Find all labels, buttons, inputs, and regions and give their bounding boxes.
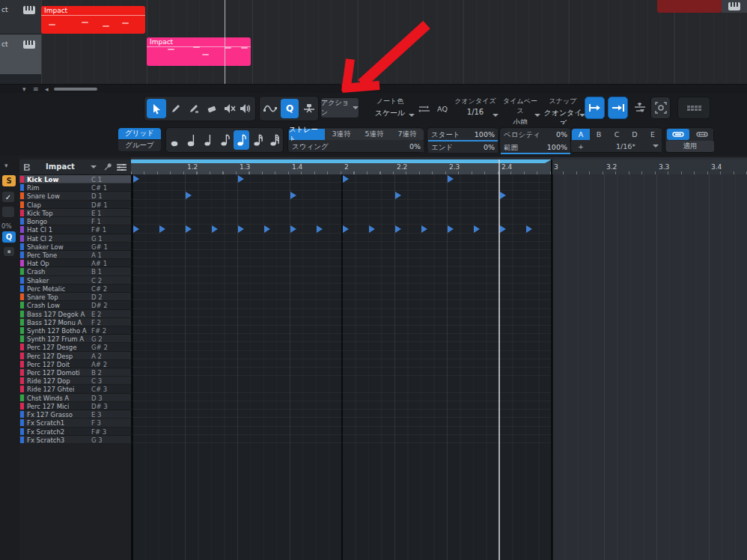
drum-row[interactable]: Hat OpA# 1: [19, 259, 131, 267]
timebase-dropdown[interactable]: タイムベース 小節: [500, 94, 540, 123]
note-move-button[interactable]: [608, 97, 628, 119]
drum-row[interactable]: Ride 127 GhteiC# 3: [19, 385, 131, 393]
drum-row[interactable]: Kick TopE 1: [19, 209, 131, 217]
horizontal-scrollbar-thumb[interactable]: [54, 88, 97, 91]
end-field[interactable]: エンド 0%: [428, 141, 498, 153]
clip-impact-pink[interactable]: Impact: [147, 37, 251, 66]
note-length-button[interactable]: [585, 97, 605, 119]
chevron-down-icon[interactable]: ▾: [4, 161, 8, 170]
editor-playhead[interactable]: [498, 159, 500, 560]
drum-row[interactable]: Kick LowC 1: [19, 175, 131, 183]
note-event[interactable]: [212, 225, 218, 233]
preset-button-D[interactable]: D: [626, 129, 644, 140]
snap-dropdown[interactable]: スナップ クオンタイズ: [540, 94, 585, 123]
note-event[interactable]: [133, 175, 139, 183]
note-event[interactable]: [186, 225, 192, 233]
arrange-grid[interactable]: Impact Impact: [41, 0, 747, 84]
range-field[interactable]: 範囲 100%: [501, 141, 570, 154]
quantize-dropdown[interactable]: クオンタイズ 1/16: [452, 94, 498, 123]
drum-row[interactable]: Perc 127 DomotiB 2: [19, 368, 131, 377]
preset-plus-button[interactable]: +: [572, 141, 590, 152]
auto-quantize-button[interactable]: AQ: [433, 99, 452, 118]
note-event[interactable]: [343, 175, 349, 183]
note-color-dropdown[interactable]: ノート色 スケール: [365, 94, 415, 123]
mute-tool-button[interactable]: [222, 99, 238, 118]
note-event[interactable]: [264, 225, 270, 233]
note-event[interactable]: [317, 225, 323, 233]
listen-tool-button[interactable]: [237, 99, 254, 118]
drum-row[interactable]: Bass 127 Monu AF 2: [19, 318, 131, 326]
drum-row[interactable]: Bass 127 Degok AE 2: [19, 310, 131, 318]
drum-row[interactable]: Fx Scratch3G 3: [19, 436, 131, 444]
chevron-down-icon[interactable]: [91, 165, 97, 168]
drum-row[interactable]: Perc MetalicC# 2: [19, 284, 131, 293]
drum-row[interactable]: Hat Cl 2G 1: [19, 234, 131, 243]
drum-row[interactable]: BongoF 1: [19, 217, 131, 225]
note-event[interactable]: [133, 225, 139, 233]
paint-tool-button[interactable]: [186, 99, 202, 118]
tuplet7-button[interactable]: 7連符: [391, 129, 424, 140]
note-event[interactable]: [474, 225, 480, 233]
pointer-tool-button[interactable]: [147, 99, 166, 118]
drum-row[interactable]: Perc ToneA 1: [19, 251, 131, 259]
drum-row[interactable]: Perc 127 DoitA# 2: [19, 360, 131, 368]
note-event[interactable]: [238, 175, 244, 183]
tuplet3-button[interactable]: 3連符: [325, 129, 358, 140]
note-event[interactable]: [290, 192, 296, 199]
note-event[interactable]: [186, 192, 192, 199]
note-event[interactable]: [159, 225, 165, 233]
note-event[interactable]: [369, 225, 375, 233]
drum-row[interactable]: Chst Winds AD 3: [19, 394, 131, 402]
note-value-button-1-64[interactable]: [266, 130, 282, 150]
drum-row[interactable]: Ride 127 DopC 3: [19, 377, 131, 385]
note-grid[interactable]: 1.21.31.422.22.32.433.23.33.4: [131, 157, 747, 560]
note-value-dropdown[interactable]: 1/16*: [590, 141, 662, 152]
preset-button-E[interactable]: E: [644, 129, 662, 140]
note-event[interactable]: [500, 192, 506, 199]
drum-row[interactable]: Synth 127 Frum AG 2: [19, 335, 131, 343]
drum-row[interactable]: Fx Scratch2F# 3: [19, 427, 131, 436]
solo-button[interactable]: S: [2, 175, 16, 186]
swing-field[interactable]: スウィング 0%: [289, 141, 424, 152]
note-event[interactable]: [395, 225, 401, 233]
eraser-tool-button[interactable]: [204, 99, 220, 118]
preset-button-A[interactable]: A: [572, 129, 590, 140]
drum-row[interactable]: Snare LowD 1: [19, 192, 131, 200]
drum-row[interactable]: ClapD# 1: [19, 201, 131, 209]
drum-row[interactable]: Perc 127 DesgeG# 2: [19, 343, 131, 351]
drum-row[interactable]: Crash LowD# 2: [19, 301, 131, 309]
drum-row[interactable]: Synth 127 Botho AF# 2: [19, 326, 131, 335]
note-event[interactable]: [500, 225, 506, 233]
drum-row[interactable]: Hat Cl 1F# 1: [19, 225, 131, 234]
pencil-tool-button[interactable]: [168, 99, 184, 118]
track-header-2[interactable]: ct: [0, 34, 41, 75]
apply-button[interactable]: 適用: [666, 141, 714, 152]
velocity-spread-button[interactable]: [416, 99, 433, 118]
focus-button[interactable]: [650, 97, 671, 119]
quantize-notes-button[interactable]: [667, 129, 689, 140]
note-event[interactable]: [238, 225, 244, 233]
quantize-q-button[interactable]: Q: [281, 99, 299, 118]
straight-button[interactable]: ストレート: [289, 129, 325, 140]
clip-partial-top[interactable]: [657, 0, 722, 13]
arrange-playhead[interactable]: [225, 0, 225, 84]
track-header-1[interactable]: ct: [0, 0, 41, 34]
note-value-button-1-32[interactable]: [250, 130, 266, 150]
note-value-button-1-16[interactable]: [234, 130, 249, 150]
drum-row[interactable]: RimC# 1: [19, 183, 131, 192]
note-event[interactable]: [448, 225, 454, 233]
note-value-button-1-2[interactable]: [184, 130, 200, 150]
note-event[interactable]: [395, 192, 401, 199]
pattern-options-button[interactable]: [677, 97, 710, 119]
drum-row[interactable]: Shaker LowG# 1: [19, 243, 131, 251]
note-value-button-1-1[interactable]: [168, 130, 183, 150]
velocity-adjust-button[interactable]: [629, 97, 650, 119]
quantize-toggle-button[interactable]: Q: [2, 231, 16, 243]
velocity-field[interactable]: ベロシティ 0%: [501, 129, 570, 140]
humanize-tool-button[interactable]: [300, 99, 318, 118]
preset-button-C[interactable]: C: [608, 129, 626, 140]
note-value-button-1-4[interactable]: [201, 130, 216, 150]
curve-tool-button[interactable]: [261, 99, 279, 118]
drum-row[interactable]: ShakerC 2: [19, 276, 131, 284]
drum-row[interactable]: Perc 127 MiciD# 3: [19, 402, 131, 410]
